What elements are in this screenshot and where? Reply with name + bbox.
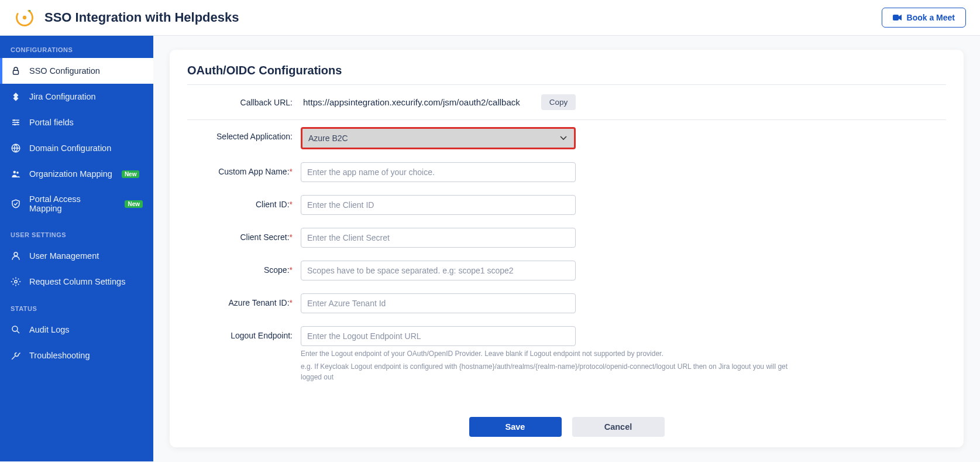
wrench-icon xyxy=(11,350,21,361)
users-icon xyxy=(11,169,21,179)
card-title: OAuth/OIDC Configurations xyxy=(170,50,964,84)
sidebar-item-org[interactable]: Organization Mapping New xyxy=(0,161,153,187)
sidebar-item-label: Troubleshooting xyxy=(29,351,90,360)
copy-button[interactable]: Copy xyxy=(541,94,576,110)
row-selected-app: Selected Application: Azure B2C xyxy=(187,127,946,149)
config-card: OAuth/OIDC Configurations Callback URL: … xyxy=(170,50,964,447)
client-id-label: Client ID:* xyxy=(187,195,293,209)
selected-app-label: Selected Application: xyxy=(187,127,293,141)
row-custom-app: Custom App Name:* xyxy=(187,162,946,182)
video-icon xyxy=(893,14,902,21)
sidebar-item-jira[interactable]: Jira Configuration xyxy=(0,84,153,109)
svg-point-5 xyxy=(17,122,19,124)
shield-icon xyxy=(11,199,21,209)
sidebar-item-sso[interactable]: SSO Configuration xyxy=(0,58,153,84)
svg-rect-3 xyxy=(13,70,19,74)
logout-help2: e.g. If Keycloak Logout endpoint is conf… xyxy=(301,361,804,382)
section-configurations: CONFIGURATIONS xyxy=(0,36,153,58)
user-icon xyxy=(11,251,21,261)
logout-input[interactable] xyxy=(301,326,576,346)
sidebar: CONFIGURATIONS SSO Configuration Jira Co… xyxy=(0,36,153,461)
cancel-button[interactable]: Cancel xyxy=(572,417,665,437)
svg-point-6 xyxy=(14,124,16,125)
sliders-icon xyxy=(11,117,21,128)
lock-icon xyxy=(11,66,21,76)
svg-point-8 xyxy=(13,171,16,174)
sidebar-item-user-mgmt[interactable]: User Management xyxy=(0,243,153,269)
svg-point-1 xyxy=(23,16,26,19)
gear-icon xyxy=(11,276,21,287)
logout-label: Logout Endpoint: xyxy=(187,326,293,340)
row-tenant: Azure Tenant ID:* xyxy=(187,293,946,313)
selected-app-select[interactable]: Azure B2C xyxy=(301,127,576,149)
jira-icon xyxy=(11,91,21,102)
sidebar-item-audit[interactable]: Audit Logs xyxy=(0,317,153,343)
sidebar-item-label: Organization Mapping xyxy=(29,169,112,179)
book-meet-label: Book a Meet xyxy=(907,13,955,22)
app-logo xyxy=(14,7,35,28)
tenant-label: Azure Tenant ID:* xyxy=(187,293,293,307)
sidebar-item-label: Audit Logs xyxy=(29,325,70,334)
topbar-left: SSO Integration with Helpdesks xyxy=(14,7,239,28)
new-badge: New xyxy=(122,170,140,178)
sidebar-item-label: Jira Configuration xyxy=(29,92,96,101)
book-meet-button[interactable]: Book a Meet xyxy=(882,8,966,28)
svg-point-10 xyxy=(14,252,18,256)
logout-help1: Enter the Logout endpoint of your OAuth/… xyxy=(301,348,804,359)
sidebar-item-label: Domain Configuration xyxy=(29,143,111,153)
svg-point-4 xyxy=(13,119,15,121)
scope-label: Scope:* xyxy=(187,261,293,275)
section-user-settings: USER SETTINGS xyxy=(0,221,153,243)
topbar: SSO Integration with Helpdesks Book a Me… xyxy=(0,0,980,36)
sidebar-item-label: Portal Access Mapping xyxy=(29,194,115,213)
client-secret-label: Client Secret:* xyxy=(187,228,293,242)
svg-point-11 xyxy=(15,280,18,283)
layout: CONFIGURATIONS SSO Configuration Jira Co… xyxy=(0,36,980,461)
row-scope: Scope:* xyxy=(187,261,946,280)
actions: Save Cancel xyxy=(170,410,964,447)
sidebar-item-domain[interactable]: Domain Configuration xyxy=(0,135,153,161)
form-scroll[interactable]: Selected Application: Azure B2C Custom A… xyxy=(170,120,964,410)
sidebar-item-portal[interactable]: Portal fields xyxy=(0,109,153,135)
custom-app-input[interactable] xyxy=(301,162,576,182)
sidebar-item-troubleshoot[interactable]: Troubleshooting xyxy=(0,343,153,368)
sidebar-item-label: SSO Configuration xyxy=(29,66,100,76)
client-id-input[interactable] xyxy=(301,195,576,215)
tenant-input[interactable] xyxy=(301,293,576,313)
search-icon xyxy=(11,324,21,335)
main: OAuth/OIDC Configurations Callback URL: … xyxy=(153,36,980,461)
new-badge: New xyxy=(125,200,143,208)
row-client-id: Client ID:* xyxy=(187,195,946,215)
client-secret-input[interactable] xyxy=(301,228,576,248)
page-title: SSO Integration with Helpdesks xyxy=(44,10,239,25)
callback-url: https://appsintegration.xecurify.com/jsm… xyxy=(303,97,520,107)
svg-rect-2 xyxy=(893,15,899,20)
scope-input[interactable] xyxy=(301,261,576,280)
sidebar-item-label: User Management xyxy=(29,251,99,261)
globe-icon xyxy=(11,143,21,153)
row-logout: Logout Endpoint: Enter the Logout endpoi… xyxy=(187,326,946,382)
callback-row: Callback URL: https://appsintegration.xe… xyxy=(170,85,964,119)
svg-point-9 xyxy=(16,172,19,174)
sidebar-item-portal-access[interactable]: Portal Access Mapping New xyxy=(0,187,153,221)
section-status: STATUS xyxy=(0,295,153,317)
sidebar-item-label: Request Column Settings xyxy=(29,277,125,286)
row-client-secret: Client Secret:* xyxy=(187,228,946,248)
logout-col: Enter the Logout endpoint of your OAuth/… xyxy=(301,326,804,382)
sidebar-item-label: Portal fields xyxy=(29,118,74,127)
svg-point-12 xyxy=(12,326,18,331)
sidebar-item-req-col[interactable]: Request Column Settings xyxy=(0,269,153,295)
save-button[interactable]: Save xyxy=(469,417,562,437)
callback-label: Callback URL: xyxy=(187,98,293,107)
custom-app-label: Custom App Name:* xyxy=(187,162,293,176)
